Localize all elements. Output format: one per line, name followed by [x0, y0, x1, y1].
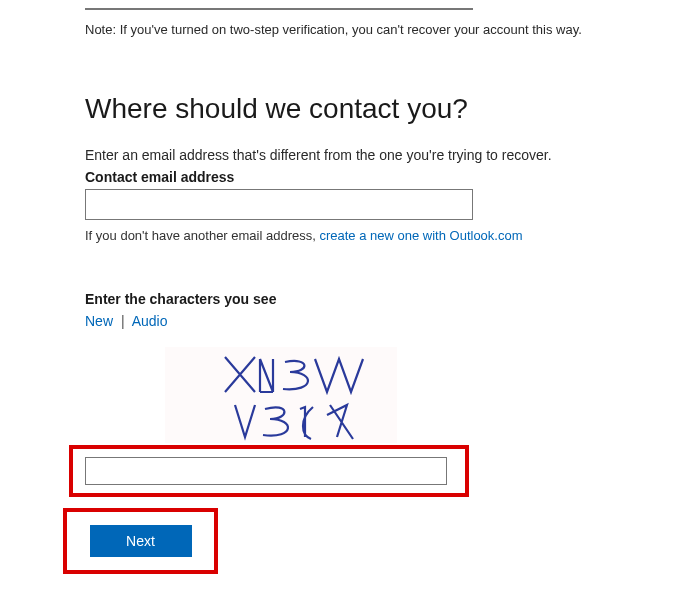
- captcha-separator: |: [121, 313, 125, 329]
- page-title: Where should we contact you?: [85, 93, 666, 125]
- captcha-audio-link[interactable]: Audio: [132, 313, 168, 329]
- captcha-image: [165, 347, 397, 443]
- two-step-note: Note: If you've turned on two-step verif…: [85, 22, 666, 37]
- captcha-input-highlight: [69, 445, 469, 497]
- email-label: Contact email address: [85, 169, 666, 185]
- email-instruction: Enter an email address that's different …: [85, 147, 666, 163]
- next-button-highlight: Next: [63, 508, 218, 574]
- help-text: If you don't have another email address,…: [85, 228, 666, 243]
- next-button[interactable]: Next: [90, 525, 192, 557]
- create-outlook-link[interactable]: create a new one with Outlook.com: [319, 228, 522, 243]
- help-prefix: If you don't have another email address,: [85, 228, 319, 243]
- captcha-label: Enter the characters you see: [85, 291, 666, 307]
- captcha-input[interactable]: [85, 457, 447, 485]
- previous-input-bottom: [85, 8, 473, 10]
- captcha-new-link[interactable]: New: [85, 313, 113, 329]
- contact-email-input[interactable]: [85, 189, 473, 220]
